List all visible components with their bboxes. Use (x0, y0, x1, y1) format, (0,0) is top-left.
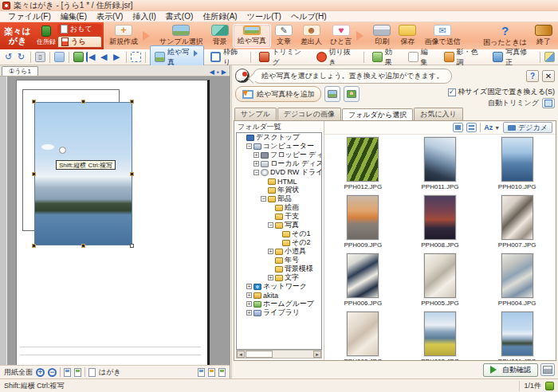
text-button[interactable]: ✎文章 (271, 24, 297, 48)
thumbnail[interactable]: PPH012.JPG (324, 137, 402, 195)
portrait-button[interactable] (344, 86, 360, 102)
paste-icon[interactable] (54, 52, 65, 62)
help-button[interactable]: ? (526, 70, 539, 82)
thumbnail[interactable]: PPH011.JPG (402, 137, 479, 195)
tree-item[interactable]: 背景模様 (237, 265, 321, 273)
auto-check-button[interactable]: 自動確認 (483, 363, 538, 377)
menu-item-5[interactable]: 住所録(A) (198, 11, 242, 22)
nav-first-icon[interactable]: ◀ (86, 52, 96, 62)
page-prev-icon[interactable]: ◀ (210, 69, 214, 76)
auto-trimming-button[interactable] (542, 98, 555, 108)
thumbnail[interactable]: PPH004.JPG (478, 253, 556, 312)
tree-item[interactable]: +ネットワーク (237, 282, 321, 291)
expand-toggle-icon[interactable]: + (253, 161, 259, 167)
resize-handle-s[interactable] (81, 244, 85, 248)
menu-item-3[interactable]: 挿入(I) (128, 11, 160, 22)
sender-button[interactable]: ☻差出人 (297, 24, 326, 48)
front-side-tab[interactable]: おもて (57, 24, 102, 35)
zoom-photo-button[interactable] (324, 86, 340, 102)
thumbnail[interactable]: PPH010.JPG (478, 137, 556, 195)
exit-button[interactable]: 終了 (531, 24, 556, 48)
canvas[interactable]: Shift:縦横 Ctrl:複写 (0, 76, 230, 365)
thumbnail[interactable]: PPH007.JPG (478, 195, 556, 253)
thumbnail[interactable]: PPH008.JPG (402, 195, 479, 253)
resize-handle-nw[interactable] (32, 100, 36, 104)
digicam-button[interactable]: デジカメ (503, 122, 552, 133)
rotate-handle[interactable] (59, 147, 66, 154)
print-preview-button[interactable] (540, 363, 555, 376)
expand-toggle-icon[interactable]: − (261, 196, 266, 202)
add-photo-frame-button[interactable]: 絵や写真枠を追加 (235, 86, 321, 102)
message-button[interactable]: ♥ひと言 (326, 24, 356, 48)
selected-photo-object[interactable] (34, 102, 132, 245)
tab-3[interactable]: お気に入り (414, 108, 463, 120)
delete-icon[interactable]: ▯ (35, 52, 45, 62)
tree-item[interactable]: −部品 (237, 194, 321, 203)
list-view-icon[interactable] (466, 123, 477, 132)
menu-item-4[interactable]: 書式(O) (161, 11, 198, 22)
redo-icon[interactable]: ↻ (16, 52, 26, 62)
nav-prev-icon[interactable]: ◀ (99, 52, 109, 62)
tree-item[interactable]: +文字 (237, 273, 321, 282)
close-panel-button[interactable]: ✕ (542, 70, 555, 82)
zoom-in-icon[interactable]: + (36, 368, 45, 377)
thumbnail[interactable]: PPH003.JPG (324, 312, 402, 360)
scroll-right-icon[interactable]: ► (313, 351, 321, 358)
resize-handle-se[interactable] (130, 244, 134, 248)
marquee-icon[interactable] (131, 52, 141, 62)
page-action-icon-3[interactable] (218, 368, 226, 377)
expand-toggle-icon[interactable]: − (268, 222, 273, 228)
scroll-left-icon[interactable]: ◄ (237, 351, 245, 358)
nav-next-icon[interactable]: ▶ (112, 52, 122, 62)
fit-page-button[interactable]: 用紙全面 (4, 367, 33, 378)
add-frame-icon[interactable] (544, 52, 555, 62)
background-button[interactable]: 背景 (207, 24, 233, 48)
tab-0[interactable]: サンプル (234, 108, 277, 120)
page-tab[interactable]: ①うら1 (2, 66, 38, 76)
thumbnail[interactable]: PPH002.JPG (402, 312, 479, 360)
menu-item-0[interactable]: ファイル(F) (3, 11, 56, 22)
resize-handle-e[interactable] (130, 172, 134, 176)
tree-item[interactable]: 絵画 (237, 203, 321, 212)
resize-handle-w[interactable] (32, 172, 36, 176)
grid-view-icon[interactable] (453, 123, 463, 132)
thumbnail[interactable]: PPH001.JPG (478, 312, 556, 360)
fixed-size-option[interactable]: ✓ 枠サイズ固定で置き換える(S) (448, 87, 555, 97)
menu-item-7[interactable]: ヘルプ(H) (286, 11, 332, 22)
tree-item[interactable]: 干支 (237, 212, 321, 221)
expand-toggle-icon[interactable]: − (246, 143, 252, 149)
help-button[interactable]: ?困ったときは (479, 24, 531, 48)
expand-toggle-icon[interactable]: + (246, 301, 252, 307)
resize-handle-n[interactable] (81, 100, 85, 104)
resize-handle-ne[interactable] (130, 100, 134, 104)
expand-toggle-icon[interactable]: + (246, 284, 252, 289)
page-action-icon-1[interactable] (198, 368, 205, 377)
thumbnail[interactable]: PPH006.JPG (324, 253, 402, 312)
menu-item-6[interactable]: ツール(T) (242, 11, 286, 22)
horizontal-scrollbar[interactable]: ◄ ► (236, 350, 322, 359)
thumbnail[interactable]: PPH009.JPG (324, 195, 402, 253)
thumbnail[interactable]: PPH005.JPG (402, 253, 479, 312)
page-action-icon-2[interactable] (208, 368, 215, 377)
tree-item[interactable]: +ライブラリ (237, 308, 321, 317)
print-button[interactable]: 印刷 (369, 24, 395, 48)
expand-toggle-icon[interactable]: + (268, 249, 273, 254)
new-document-button[interactable]: +新規作成 (105, 24, 142, 48)
save-button[interactable]: 保存 (395, 24, 420, 48)
tree-item[interactable]: その2 (237, 238, 321, 247)
sample-select-button[interactable]: サンプル選択 (155, 24, 207, 48)
expand-toggle-icon[interactable]: + (246, 292, 252, 298)
expand-toggle-icon[interactable]: − (253, 170, 259, 175)
page-next-icon[interactable]: ▶ (222, 69, 226, 76)
guide-setting-icon[interactable] (74, 368, 81, 377)
grid-setting-icon[interactable] (64, 368, 71, 377)
menu-item-1[interactable]: 編集(E) (56, 11, 92, 22)
expand-toggle-icon[interactable]: + (268, 275, 273, 280)
tab-1[interactable]: デジコレの画像 (277, 108, 341, 120)
expand-toggle-icon[interactable]: + (253, 152, 259, 158)
expand-toggle-icon[interactable]: + (246, 310, 252, 316)
zoom-out-icon[interactable]: − (48, 368, 57, 377)
photo-button[interactable]: 絵や写真 (233, 24, 271, 48)
fixed-size-checkbox[interactable]: ✓ (448, 88, 456, 96)
back-side-tab[interactable]: うら (57, 36, 102, 49)
